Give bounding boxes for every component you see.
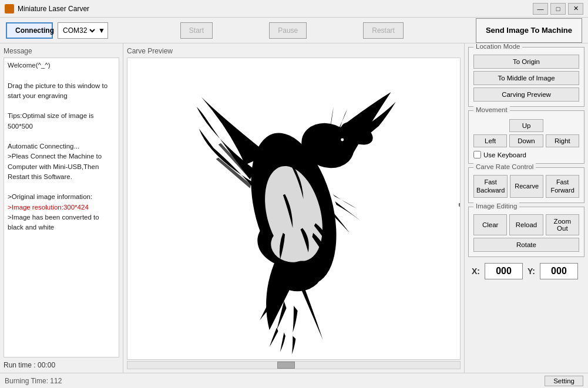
start-button[interactable]: Start <box>180 22 213 39</box>
pause-button[interactable]: Pause <box>269 22 307 39</box>
right-panel: Location Mode To Origin To Middle of Ima… <box>465 43 588 373</box>
com-port-select[interactable]: COM32 ▼ <box>58 22 108 39</box>
location-mode-buttons: To Origin To Middle of Image Carving Pre… <box>473 55 579 102</box>
image-editing-section: Image Editing Clear Reload Zoom Out Rota… <box>468 207 584 257</box>
to-origin-button[interactable]: To Origin <box>473 55 579 69</box>
run-time: Run time : 00:00 <box>4 361 119 369</box>
burning-time: Burning Time: 112 <box>5 377 62 385</box>
coordinates-row: X: 000 Y: 000 <box>468 261 584 282</box>
carve-rate-section: Carve Rate Control Fast Backward Recarve… <box>468 167 584 203</box>
rotate-button[interactable]: Rotate <box>473 238 579 252</box>
minimize-button[interactable]: — <box>533 3 548 15</box>
message-line: >Pleas Connect the Machine to Computer w… <box>8 151 115 182</box>
carving-preview-button[interactable]: Carving Preview <box>473 87 579 102</box>
app-title: Miniature Laser Carver <box>18 5 533 13</box>
clear-button[interactable]: Clear <box>473 214 507 235</box>
carve-rate-buttons: Fast Backward Recarve Fast Forward <box>473 175 579 198</box>
dragon-image <box>127 58 460 359</box>
window-controls: — □ ✕ <box>533 3 583 15</box>
movement-section: Movement Up Left Down Right Use Keyboard <box>468 110 584 164</box>
setting-button[interactable]: Setting <box>545 376 583 386</box>
movement-title: Movement <box>473 106 510 113</box>
message-line <box>8 182 115 192</box>
dropdown-arrow-icon: ▼ <box>98 26 105 35</box>
title-bar: Miniature Laser Carver — □ ✕ <box>0 0 588 18</box>
app-icon <box>5 4 14 14</box>
maximize-button[interactable]: □ <box>550 3 566 15</box>
message-line <box>8 131 115 141</box>
carve-preview-label: Carve Preview <box>127 47 461 55</box>
carve-canvas[interactable]: 0 5 0 5 0 5 0 5 0 5 0 5 <box>127 58 461 360</box>
x-label: X: <box>472 266 480 276</box>
reload-button[interactable]: Reload <box>509 214 543 235</box>
message-line: Automatic Connecting... <box>8 141 115 151</box>
message-line: >Image has been converted to black and w… <box>8 212 115 233</box>
close-button[interactable]: ✕ <box>568 3 583 15</box>
carve-rate-title: Carve Rate Control <box>473 163 536 170</box>
com-dropdown[interactable]: COM32 <box>61 26 97 35</box>
center-panel: Carve Preview <box>123 43 465 373</box>
scroll-thumb[interactable] <box>277 362 295 369</box>
message-line <box>8 70 115 80</box>
down-button[interactable]: Down <box>509 134 543 147</box>
axis-tick: 5 <box>292 358 295 360</box>
send-image-button[interactable]: Send Image To Machine <box>476 18 582 43</box>
status-bar: Burning Time: 112 Setting <box>0 373 588 388</box>
message-line: Welcome(^_^) <box>8 60 115 70</box>
message-line: Drag the picture to this window to start… <box>8 81 115 102</box>
left-button[interactable]: Left <box>473 134 507 147</box>
message-box: Welcome(^_^) Drag the picture to this wi… <box>4 58 119 357</box>
fast-backward-button[interactable]: Fast Backward <box>473 175 508 198</box>
message-label: Message <box>4 47 119 55</box>
location-mode-title: Location Mode <box>473 43 522 50</box>
use-keyboard-row: Use Keyboard <box>473 151 579 158</box>
right-button[interactable]: Right <box>546 134 579 147</box>
main-content: Message Welcome(^_^) Drag the picture to… <box>0 43 588 373</box>
fast-forward-button[interactable]: Fast Forward <box>546 175 579 198</box>
message-line <box>8 101 115 111</box>
up-button[interactable]: Up <box>509 119 543 132</box>
image-editing-title: Image Editing <box>473 203 519 210</box>
movement-layout: Up Left Down Right <box>473 119 579 147</box>
horizontal-scrollbar[interactable] <box>127 361 461 369</box>
connecting-button[interactable]: Connecting <box>6 22 53 39</box>
message-line-red: >Image resolution:300*424 <box>8 203 115 212</box>
message-line: Tips:Optimal size of image is 500*500 <box>8 111 115 131</box>
axis-tick: 5 <box>459 202 461 208</box>
to-middle-button[interactable]: To Middle of Image <box>473 71 579 85</box>
restart-button[interactable]: Restart <box>363 22 404 39</box>
left-panel: Message Welcome(^_^) Drag the picture to… <box>0 43 123 373</box>
recarve-button[interactable]: Recarve <box>510 175 543 198</box>
zoom-out-button[interactable]: Zoom Out <box>546 214 579 235</box>
use-keyboard-label: Use Keyboard <box>483 151 526 158</box>
toolbar: Connecting COM32 ▼ Start Pause Restart S… <box>0 18 588 43</box>
svg-point-6 <box>341 139 344 141</box>
message-line: >Original image information: <box>8 192 115 202</box>
y-label: Y: <box>527 266 535 276</box>
y-value: 000 <box>540 263 578 279</box>
x-value: 000 <box>485 263 523 279</box>
location-mode-section: Location Mode To Origin To Middle of Ima… <box>468 47 584 107</box>
use-keyboard-checkbox[interactable] <box>473 151 481 158</box>
image-edit-buttons: Clear Reload Zoom Out Rotate <box>473 214 579 252</box>
